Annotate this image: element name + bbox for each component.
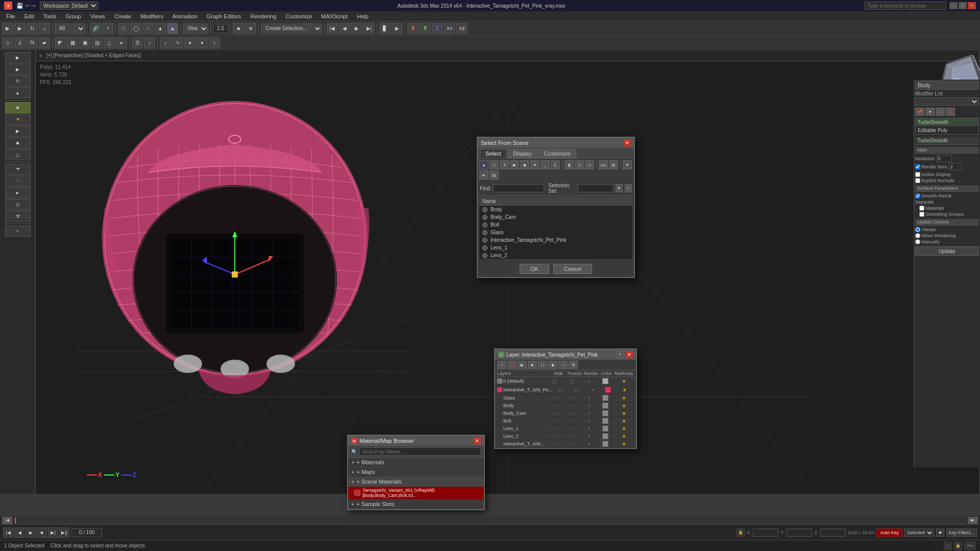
ribbon-btn[interactable]: ☼ xyxy=(144,37,155,48)
object-name-field[interactable]: Body xyxy=(915,81,979,90)
normal-align-btn[interactable]: ▤ xyxy=(91,37,103,48)
select-and-place-btn[interactable]: ⋇ xyxy=(245,23,256,34)
selection-lock-btn[interactable]: 🔒 xyxy=(954,542,962,550)
unlink-btn[interactable]: ♯ xyxy=(102,23,113,34)
align-camera-btn[interactable]: ▸ xyxy=(116,37,127,48)
customize-tab[interactable]: Customize xyxy=(538,149,576,158)
helpers-btn[interactable]: ◆ xyxy=(5,137,31,148)
menu-customize[interactable]: Customize xyxy=(281,12,316,20)
curve-editor-btn[interactable]: ∿ xyxy=(172,37,183,48)
menu-modifiers[interactable]: Modifiers xyxy=(136,12,167,20)
y-coord-input[interactable] xyxy=(787,529,812,537)
z-coord-input[interactable] xyxy=(820,529,846,537)
layer-btn[interactable]: ☰ xyxy=(132,37,143,48)
sample-slots-section[interactable]: + + Sample Slots xyxy=(348,499,484,509)
list-item[interactable]: Glass xyxy=(479,229,632,236)
snap-status-btn[interactable]: ◇ xyxy=(944,542,952,550)
key-filters-btn[interactable]: Key Filters... xyxy=(946,529,977,537)
bones-filter-btn[interactable]: ⎯ xyxy=(541,160,550,169)
mini-listener-btn[interactable]: > xyxy=(5,226,31,237)
make-unique-btn[interactable]: □ xyxy=(936,108,945,116)
toggle-all-btn[interactable]: ▮ xyxy=(565,160,574,169)
remove-modifier-btn[interactable]: 🗑 xyxy=(946,108,955,116)
lights-filter-btn[interactable]: ☀ xyxy=(500,160,509,169)
layer-row-body-cam[interactable]: Body_Cam ──── ──── ▪ ☀ xyxy=(495,410,636,417)
maps-section[interactable]: + + Maps xyxy=(348,467,484,477)
sphere-btn[interactable]: ◯ xyxy=(130,23,141,34)
render-btn[interactable]: ▶ xyxy=(391,23,403,34)
link-btn[interactable]: 🔗 xyxy=(90,23,101,34)
transport-first-btn[interactable]: |◀ xyxy=(3,528,13,538)
render-iters-input[interactable] xyxy=(949,163,962,170)
select-from-scene-close-btn[interactable]: ✕ xyxy=(624,139,631,146)
select-tool-btn[interactable]: ▶ xyxy=(2,23,13,34)
smoothing-groups-checkbox[interactable] xyxy=(919,212,924,217)
layer-row-lens2[interactable]: Lens_2 ──── ──── ▪ ☀ xyxy=(495,433,636,440)
snaps-btn[interactable]: ▲ xyxy=(155,23,166,34)
transport-prev-btn[interactable]: ◀ xyxy=(14,528,24,538)
auto-key-mode-select[interactable]: Selected xyxy=(904,529,934,537)
workspace-select[interactable]: Workspace: Default xyxy=(40,2,98,10)
timeline-start-btn[interactable]: |◀ xyxy=(2,517,12,524)
invert-btn[interactable]: ▭ xyxy=(585,160,594,169)
rotate-tool-btn[interactable]: ↻ xyxy=(27,23,38,34)
next-frame-btn[interactable]: ▶| xyxy=(363,23,375,34)
selection-set-options-btn[interactable]: ▼ xyxy=(616,184,623,192)
helpers-filter-btn[interactable]: ◆ xyxy=(520,160,529,169)
material-search-input[interactable] xyxy=(359,447,481,456)
align-view-btn[interactable]: ▣ xyxy=(79,37,90,48)
scene-materials-section[interactable]: + + Scene Materials xyxy=(348,477,484,487)
transport-next-btn[interactable]: ▶| xyxy=(48,528,58,538)
collapse-btn[interactable]: ▼ xyxy=(925,108,935,116)
selection-set-save-btn[interactable]: + xyxy=(625,184,632,192)
axis-z-btn[interactable]: Z xyxy=(432,23,443,34)
surface-params-header[interactable]: Surface Parameters xyxy=(915,185,979,192)
move-btn[interactable]: ▶ xyxy=(5,64,31,75)
layer-row-interactive[interactable]: Interactive_T...tchi_Pe... ▢ ▢ ▪ ☀ xyxy=(495,386,636,394)
geometry-filter-btn[interactable]: ▲ xyxy=(479,160,488,169)
layer-select-objects-btn[interactable]: □ xyxy=(538,361,547,369)
layer-new-btn[interactable]: + xyxy=(497,361,506,369)
list-item[interactable]: Lens_2 xyxy=(479,252,632,259)
angle-snap-btn[interactable]: ∠ xyxy=(14,37,26,48)
menu-create[interactable]: Create xyxy=(110,12,135,20)
manually-radio[interactable] xyxy=(915,239,920,244)
layer-close-btn[interactable]: ✕ xyxy=(626,351,633,358)
layer-row-default[interactable]: 0 (default) ▢ ▢ ▪ ☀ xyxy=(495,377,636,386)
menu-group[interactable]: Group xyxy=(61,12,85,20)
align-btn[interactable]: ▦ xyxy=(67,37,78,48)
update-options-header[interactable]: Update Options xyxy=(915,219,979,226)
snap-tool-btn[interactable]: ◇ xyxy=(2,37,13,48)
scale-tool-btn[interactable]: ▵ xyxy=(39,23,50,34)
axis-y-btn[interactable]: Y xyxy=(420,23,431,34)
cameras-filter-btn[interactable]: ▶ xyxy=(510,160,519,169)
material-editor-btn[interactable]: ♦ xyxy=(197,37,208,48)
minimize-btn[interactable]: — xyxy=(949,2,958,9)
render-explorer-btn[interactable]: ♭ xyxy=(209,37,220,48)
display-btn[interactable]: ◴ xyxy=(5,199,31,210)
first-frame-btn[interactable]: |◀ xyxy=(327,23,338,34)
view-select[interactable]: View xyxy=(183,23,208,34)
prev-frame-btn[interactable]: ◀ xyxy=(339,23,350,34)
layer-row-interactive-tchi[interactable]: Interactive_T...tchi... ──── ──── ▪ ☀ xyxy=(495,440,636,448)
main-section-header[interactable]: Main xyxy=(915,147,979,154)
axis-xy-btn[interactable]: XY xyxy=(444,23,455,34)
dialog-ok-btn[interactable]: OK xyxy=(520,264,549,274)
value-input[interactable] xyxy=(213,24,228,33)
menu-tools[interactable]: Tools xyxy=(39,12,61,20)
filter-options-btn[interactable]: ▧ xyxy=(609,160,618,169)
frame-input[interactable] xyxy=(71,528,102,537)
case-sensitive-btn[interactable]: Aa xyxy=(599,160,608,169)
transport-stop-btn[interactable]: ■ xyxy=(37,528,47,538)
x-coord-input[interactable] xyxy=(753,529,778,537)
explicit-normals-checkbox[interactable] xyxy=(915,178,920,183)
search-input[interactable] xyxy=(865,2,946,10)
list-item[interactable]: Lens_1 xyxy=(479,244,632,252)
pin-stack-btn[interactable]: 📌 xyxy=(915,108,924,116)
schematic-view-btn[interactable]: ♠ xyxy=(184,37,195,48)
motion-btn[interactable]: ► xyxy=(5,187,31,198)
update-btn[interactable]: Update xyxy=(915,246,979,256)
selection-set-input[interactable] xyxy=(578,184,614,192)
isoline-display-checkbox[interactable] xyxy=(915,172,920,177)
display-tab[interactable]: Display xyxy=(508,149,537,158)
